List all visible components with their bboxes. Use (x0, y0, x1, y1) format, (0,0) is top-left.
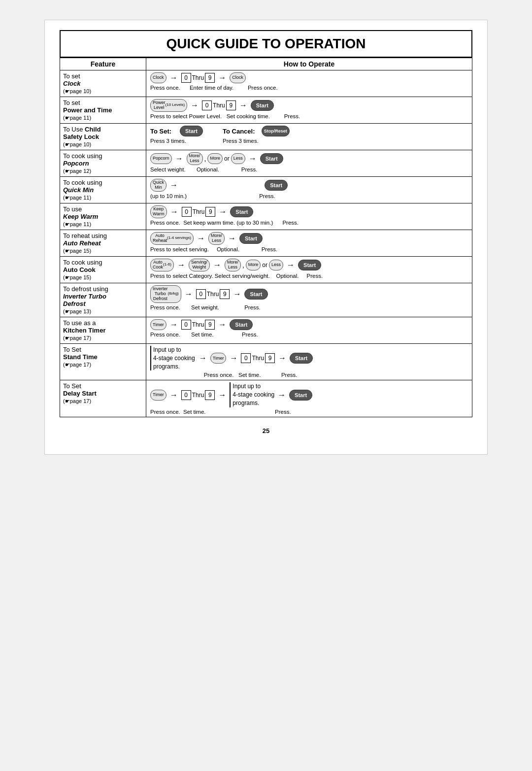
keepwarm-desc-1: Press once. (150, 220, 180, 226)
thru-9: 9 (205, 73, 215, 83)
feature-prefix-quickmin: To cook using (63, 179, 102, 186)
quickmin-desc: (up to 10 min.) Press. (150, 193, 468, 199)
table-row: To Set Stand Time (☛page 17) Input up to… (60, 344, 472, 380)
popcorn-operation: Popcorn → More/Less , More or Less → Sta… (150, 152, 468, 165)
page-ref-autoreheat: (☛page 15) (63, 248, 91, 254)
thru-label-inv: Thru (207, 291, 219, 298)
arrow-ac1: → (177, 261, 185, 269)
clock-desc-1: Press once. (150, 85, 180, 91)
arrow-2: → (218, 73, 226, 82)
serving-weight-btn: Serving/Weight (189, 259, 210, 271)
arrow-inv1: → (185, 290, 193, 299)
power-desc-2: Set cooking time. (227, 113, 270, 119)
feature-prefix-child: To Use ChildSafety Lock (63, 126, 101, 140)
autocook-operation: AutoCook(1-6) → Serving/Weight → More/Le… (150, 259, 468, 271)
quickmin-desc-1: (up to 10 min.) (150, 193, 187, 199)
inverter-desc-2: Set weight. (191, 304, 219, 310)
timer-desc-1: Press once. (150, 332, 180, 337)
more-less-btn-ac: More/Less (225, 259, 241, 271)
page: QUICK GUIDE TO OPERATION Feature How to … (44, 20, 488, 455)
feature-cell-popcorn: To cook using Popcorn (☛page 12) (60, 150, 146, 177)
auto-reheat-btn: AutoReheat(1-4 servings) (150, 232, 194, 245)
page-ref-timer: (☛page 17) (63, 335, 91, 341)
start-btn-standtime: Start (290, 353, 313, 364)
feature-name-standtime: Stand Time (63, 353, 98, 361)
less-btn-ac: Less (269, 260, 283, 270)
stand-bracket: Input up to 4-stage cooking programs. (150, 346, 196, 370)
table-row: To reheat using Auto Reheat (☛page 15) A… (60, 230, 472, 257)
delaystart-desc-3: Press. (275, 409, 291, 415)
or-text-ac: or (262, 262, 267, 268)
feature-prefix-delaystart: To Set (63, 382, 81, 390)
child-cancel-col: To Cancel: Stop/Reset Press 3 times. (223, 126, 290, 144)
feature-prefix-autocook: To cook using (63, 259, 102, 266)
feature-cell-autocook: To cook using Auto Cook (☛page 15) (60, 257, 146, 283)
popcorn-desc-1: Select weight. (150, 167, 186, 172)
arrow-inv2: → (233, 290, 241, 299)
clock-btn-1: Clock (150, 72, 166, 83)
to-set-label: To Set: (150, 128, 171, 135)
stop-reset-btn: Stop/Reset (262, 126, 290, 136)
thru-9-st: 9 (265, 353, 275, 363)
power-operation: PowerLevel(10 Levels) → 0 Thru 9 → Start (150, 99, 468, 112)
feature-cell-power: To set Power and Time (☛page 11) (60, 97, 146, 124)
feature-prefix-inverter: To defrost using (63, 285, 108, 293)
comma1: , (204, 155, 206, 163)
start-btn-inverter: Start (244, 289, 267, 300)
page-ref-popcorn: (☛page 12) (63, 168, 91, 174)
clock-desc: Press once. Enter time of day. Press onc… (150, 85, 468, 91)
delay-bracket-line2: 4-stage cooking (233, 391, 274, 399)
feature-name-power: Power and Time (63, 106, 112, 114)
autoreheat-desc-1: Press to select serving. (150, 246, 209, 252)
child-set-desc: Press 3 times. (150, 138, 203, 144)
child-set-col: To Set: Start Press 3 times. (150, 126, 203, 144)
operations-cell-popcorn: Popcorn → More/Less , More or Less → Sta… (146, 150, 472, 177)
thru-group-inv: 0 Thru 9 (196, 289, 230, 299)
thru-label-kw: Thru (193, 208, 205, 215)
keepwarm-desc-2: Set keep warm time. (up to 30 min.) (183, 220, 273, 226)
delaystart-desc-1: Press once. Set time. (150, 409, 206, 415)
clock-desc-3: Press once. (248, 85, 278, 91)
page-ref-standtime: (☛page 17) (63, 362, 91, 368)
or-text1: or (224, 155, 230, 162)
operations-cell-delaystart: Timer → 0 Thru 9 → Input up to 4-stage c… (146, 380, 472, 417)
thru-0-p: 0 (202, 101, 212, 110)
start-btn-autoreheat: Start (239, 233, 263, 244)
table-row: To use as a Kitchen Timer (☛page 17) Tim… (60, 317, 472, 344)
autoreheat-desc: Press to select serving. Optional. Press… (150, 246, 468, 252)
feature-prefix-popcorn: To cook using (63, 152, 102, 160)
operations-cell-timer: Timer → 0 Thru 9 → Start Press once. Set… (146, 317, 472, 344)
comma-ac: , (242, 261, 244, 269)
power-desc: Press to select Power Level. Set cooking… (150, 113, 468, 119)
table-row: To Use ChildSafety Lock (☛page 10) To Se… (60, 124, 472, 150)
arrow-ds2: → (218, 391, 226, 400)
autoreheat-desc-2: Optional. (217, 246, 239, 252)
thru-0-kw: 0 (182, 207, 192, 217)
thru-group-ds: 0 Thru 9 (181, 390, 215, 400)
thru-label: Thru (192, 74, 204, 81)
inverter-desc-1: Press once. (150, 304, 180, 310)
quickmin-desc-3: Press. (259, 193, 275, 199)
quick-min-btn: QuickMin (150, 179, 166, 192)
page-ref-quickmin: (☛page 11) (63, 195, 91, 201)
keep-warm-btn: KeepWarm (150, 205, 167, 218)
feature-name-autoreheat: Auto Reheat (63, 239, 101, 247)
col-feature-header: Feature (60, 58, 146, 70)
stand-bracket-line2: 4-stage cooking (153, 354, 195, 363)
standtime-desc-2: Set time. (238, 372, 261, 378)
stand-bracket-line1: Input up to (153, 346, 195, 354)
timer-btn: Timer (150, 319, 166, 330)
table-row: To set Power and Time (☛page 11) PowerLe… (60, 97, 472, 124)
to-cancel-label: To Cancel: (223, 128, 255, 135)
thru-label-p: Thru (213, 102, 225, 109)
feature-prefix: To set (63, 72, 80, 80)
feature-prefix-autoreheat: To reheat using (63, 232, 107, 239)
power-desc-3: Press. (284, 113, 300, 119)
feature-cell-inverter: To defrost using Inverter TurboDefrost (… (60, 283, 146, 317)
quickmin-operation: QuickMin → Start (150, 179, 468, 192)
start-btn-keepwarm: Start (230, 206, 253, 217)
thru-group-t: 0 Thru 9 (181, 320, 215, 330)
start-btn-delaystart: Start (289, 390, 312, 401)
operations-cell-power: PowerLevel(10 Levels) → 0 Thru 9 → Start… (146, 97, 472, 124)
start-btn-quickmin: Start (265, 180, 288, 191)
